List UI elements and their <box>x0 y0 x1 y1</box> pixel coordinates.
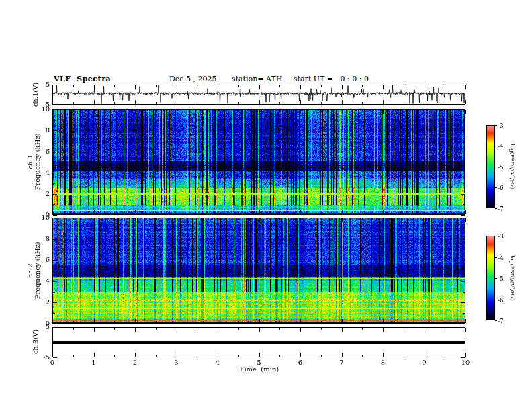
x-tick-label-8: 8 <box>375 359 391 367</box>
y-tick-label-ch2-spectrogram-2: 2 <box>28 298 50 306</box>
y-tick-label-ch1-spectrogram-2: 2 <box>28 190 50 198</box>
x-tick-label-10: 10 <box>457 359 474 367</box>
x-tick-label-0: 0 <box>44 359 60 367</box>
y-tick-label-ch2-spectrogram-6: 6 <box>28 256 50 264</box>
colorbar1-tick-label--7: -7 <box>498 205 504 213</box>
y-tick-label-ch2-spectrogram-4: 4 <box>28 277 50 285</box>
colorbar1-tick-label--3: -3 <box>498 122 504 130</box>
y-tick-label-ch1-waveform-5: 5 <box>28 81 50 89</box>
y-tick-label-ch2-spectrogram-10: 10 <box>28 214 50 222</box>
y-tick-label-ch2-spectrogram-8: 8 <box>28 235 50 243</box>
x-tick-label-2: 2 <box>127 359 143 367</box>
x-tick-label-3: 3 <box>169 359 185 367</box>
colorbar2-tick-label--7: -7 <box>498 317 504 325</box>
colorbar1-label: log(PSD)/(V²/Hz) <box>509 144 515 189</box>
y-tick-label-ch3-waveform-5: 5 <box>28 323 50 331</box>
colorbar2-tick-label--3: -3 <box>498 232 504 240</box>
colorbar1-tick-label--6: -6 <box>498 184 504 192</box>
x-tick-label-4: 4 <box>210 359 226 367</box>
x-tick-label-1: 1 <box>86 359 102 367</box>
ch1-frequency-axis-label-line2: Frequency (kHz) <box>34 133 41 190</box>
colorbar1-tick-label--4: -4 <box>498 142 504 150</box>
x-tick-label-9: 9 <box>416 359 433 367</box>
x-tick-label-6: 6 <box>292 359 308 367</box>
ch1-frequency-axis-label-line1: ch.1 <box>26 133 34 190</box>
colorbar2-tick-label--5: -5 <box>498 275 504 283</box>
y-tick-label-ch1-spectrogram-8: 8 <box>28 126 50 134</box>
colorbar2-label: log(PSD)/(V²/Hz) <box>509 255 515 301</box>
colorbar1-tick-label--5: -5 <box>498 163 504 171</box>
x-tick-label-7: 7 <box>334 359 350 367</box>
ch1-frequency-axis-label: ch.1 Frequency (kHz) <box>26 133 41 190</box>
ch2-frequency-axis-label-line2: Frequency (kHz) <box>34 242 41 299</box>
x-tick-label-5: 5 <box>251 359 267 367</box>
ch2-frequency-axis-label-line1: ch.2 <box>26 242 34 299</box>
axes-overlay <box>0 0 532 411</box>
vlf-spectra-figure: VLF Spectra Dec.5 , 2025 station= ATH st… <box>0 0 532 411</box>
y-tick-label-ch1-spectrogram-4: 4 <box>28 169 50 177</box>
ch3-voltage-axis-label: ch.3(V) <box>32 330 39 355</box>
y-tick-label-ch1-spectrogram-6: 6 <box>28 148 50 156</box>
colorbar2-tick-label--6: -6 <box>498 296 504 304</box>
y-tick-label-ch1-spectrogram-10: 10 <box>28 105 50 113</box>
colorbar2-tick-label--4: -4 <box>498 254 504 262</box>
ch2-frequency-axis-label: ch.2 Frequency (kHz) <box>26 242 41 299</box>
